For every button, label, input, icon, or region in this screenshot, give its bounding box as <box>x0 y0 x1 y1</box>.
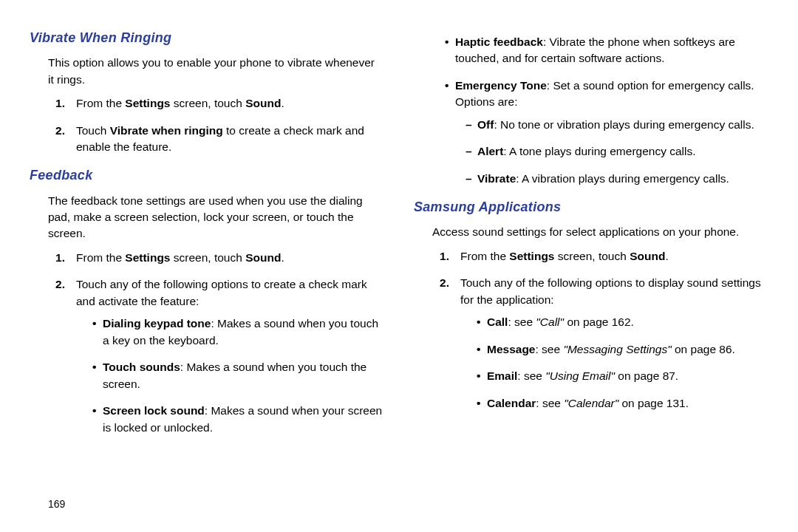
bullet-list: Dialing keypad tone: Makes a sound when … <box>92 316 384 436</box>
section-intro: This option allows you to enable your ph… <box>48 55 384 88</box>
step-item: From the Settings screen, touch Sound. <box>55 95 384 112</box>
text: on page 131. <box>618 397 689 409</box>
italic-ref: "Calendar" <box>564 397 618 409</box>
bold-text: Screen lock sound <box>103 404 205 417</box>
bullet-item: Dialing keypad tone: Makes a sound when … <box>92 316 384 349</box>
right-column: Haptic feedback: Vibrate the phone when … <box>414 28 768 517</box>
bold-text: Alert <box>477 145 503 157</box>
text: on page 162. <box>564 316 634 328</box>
bullet-item: Call: see "Call" on page 162. <box>477 314 768 330</box>
section-intro: The feedback tone settings are used when… <box>48 193 384 242</box>
text: From the <box>460 250 509 262</box>
italic-ref: "Using Email" <box>545 369 615 382</box>
text: screen, touch <box>170 97 245 109</box>
text: Touch any of the following options to di… <box>460 276 761 305</box>
step-item: From the Settings screen, touch Sound. <box>55 250 384 266</box>
section-heading-samsung-apps: Samsung Applications <box>414 197 768 216</box>
bold-text: Settings <box>125 251 170 264</box>
step-item: Touch Vibrate when ringing to create a c… <box>55 123 384 156</box>
dash-list: Off: No tone or vibration plays during e… <box>466 117 768 187</box>
italic-ref: "Messaging Settings" <box>563 343 671 355</box>
text: : see <box>536 397 564 409</box>
text: : A vibration plays during emergency cal… <box>516 172 729 185</box>
section-heading-vibrate: Vibrate When Ringing <box>30 28 384 47</box>
bullet-item: Haptic feedback: Vibrate the phone when … <box>445 34 768 67</box>
text: . <box>281 251 284 264</box>
manual-page: Vibrate When Ringing This option allows … <box>0 0 798 532</box>
bold-text: Call <box>487 316 508 328</box>
bold-text: Vibrate <box>477 172 516 185</box>
bold-text: Vibrate when ringing <box>110 124 223 137</box>
text: Touch <box>76 124 110 137</box>
steps-list: From the Settings screen, touch Sound. T… <box>440 248 768 412</box>
bold-text: Haptic feedback <box>455 35 543 48</box>
bold-text: Message <box>487 343 535 355</box>
section-intro: Access sound settings for select applica… <box>432 224 768 240</box>
bullet-list: Call: see "Call" on page 162. Message: s… <box>477 314 768 412</box>
text: : A tone plays during emergency calls. <box>503 145 695 157</box>
dash-item: Off: No tone or vibration plays during e… <box>466 117 768 133</box>
bold-text: Sound <box>630 250 665 262</box>
bold-text: Off <box>477 118 494 131</box>
bullet-item: Message: see "Messaging Settings" on pag… <box>477 341 768 358</box>
text: . <box>281 97 284 109</box>
text: From the <box>76 97 125 109</box>
page-number: 169 <box>48 497 65 511</box>
bold-text: Emergency Tone <box>455 79 547 92</box>
bullet-item: Calendar: see "Calendar" on page 131. <box>477 395 768 412</box>
step-item: Touch any of the following options to di… <box>440 275 768 412</box>
text: : No tone or vibration plays during emer… <box>494 118 754 131</box>
text: : see <box>517 369 545 382</box>
bullet-item: Email: see "Using Email" on page 87. <box>477 368 768 384</box>
dash-item: Alert: A tone plays during emergency cal… <box>466 143 768 160</box>
text: From the <box>76 251 125 264</box>
bold-text: Email <box>487 369 517 382</box>
bold-text: Settings <box>125 97 170 109</box>
italic-ref: "Call" <box>536 316 564 328</box>
bullet-item: Screen lock sound: Makes a sound when yo… <box>92 403 384 436</box>
bullet-item: Emergency Tone: Set a sound option for e… <box>445 78 768 187</box>
bold-text: Settings <box>509 250 554 262</box>
text: screen, touch <box>554 250 630 262</box>
bold-text: Sound <box>245 97 281 109</box>
bold-text: Touch sounds <box>103 361 180 373</box>
text: : see <box>508 316 536 328</box>
text: screen, touch <box>170 251 245 264</box>
bold-text: Sound <box>245 251 281 264</box>
steps-list: From the Settings screen, touch Sound. T… <box>55 250 384 436</box>
bold-text: Dialing keypad tone <box>103 317 211 330</box>
left-column: Vibrate When Ringing This option allows … <box>30 28 384 517</box>
text: : see <box>535 343 563 355</box>
dash-item: Vibrate: A vibration plays during emerge… <box>466 171 768 187</box>
steps-list: From the Settings screen, touch Sound. T… <box>55 95 384 155</box>
text: Touch any of the following options to cr… <box>76 278 367 307</box>
bullet-list-continued: Haptic feedback: Vibrate the phone when … <box>445 34 768 187</box>
bullet-item: Touch sounds: Makes a sound when you tou… <box>92 359 384 392</box>
text: on page 86. <box>672 343 735 355</box>
step-item: From the Settings screen, touch Sound. <box>440 248 768 265</box>
section-heading-feedback: Feedback <box>30 166 384 185</box>
step-item: Touch any of the following options to cr… <box>55 276 384 436</box>
text: on page 87. <box>615 369 678 382</box>
bold-text: Calendar <box>487 397 536 409</box>
text: . <box>665 250 668 262</box>
